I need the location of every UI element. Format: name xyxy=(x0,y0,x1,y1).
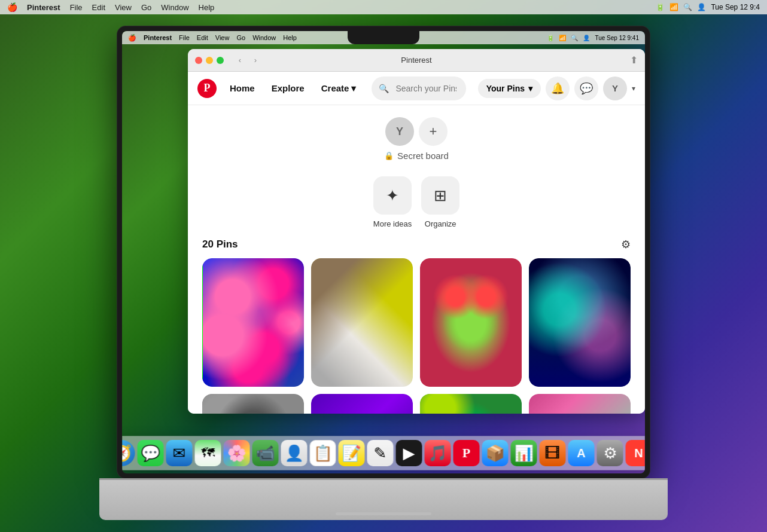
pin-card[interactable] xyxy=(311,258,413,387)
dock-icon-freeform[interactable]: ✎ xyxy=(367,440,394,466)
pins-count: 20 Pins xyxy=(202,239,238,250)
dock-icon-messages[interactable]: 💬 xyxy=(138,440,164,466)
dock-icon-pinterest[interactable]: P xyxy=(453,440,480,466)
notifications-button[interactable]: 🔔 xyxy=(546,77,570,100)
screen-user-icon[interactable]: 👤 xyxy=(583,35,590,41)
dock-icon-appstore[interactable]: A xyxy=(568,440,595,466)
share-button[interactable]: ⬆ xyxy=(630,54,638,66)
screen-file[interactable]: File xyxy=(179,34,190,41)
create-chevron-icon: ▾ xyxy=(351,83,356,94)
dock-icon-systemsettings[interactable]: ⚙ xyxy=(597,440,623,466)
maximize-button[interactable] xyxy=(217,57,224,64)
dock-icon-safari[interactable]: 🧭 xyxy=(122,440,135,466)
dock-icon-contacts[interactable]: 👤 xyxy=(281,440,308,466)
titlebar-nav: ‹ › xyxy=(233,54,262,67)
dock-icon-news[interactable]: N xyxy=(626,440,646,466)
search-icon: 🔍 xyxy=(379,84,389,93)
more-ideas-icon: ✦ xyxy=(373,176,412,215)
pin-card[interactable] xyxy=(529,258,631,387)
pin-card[interactable] xyxy=(420,258,522,387)
forward-button[interactable]: › xyxy=(249,54,262,67)
your-pins-chevron-icon: ▾ xyxy=(528,84,532,93)
camera-notch xyxy=(348,31,419,44)
pins-section: 20 Pins ⚙ xyxy=(188,233,645,414)
your-pins-button[interactable]: Your Pins ▾ xyxy=(478,79,541,98)
pin-image-6 xyxy=(311,394,413,414)
pin-image-5 xyxy=(202,394,304,414)
screen-go[interactable]: Go xyxy=(236,34,245,41)
laptop-chassis xyxy=(99,478,668,520)
pin-card[interactable] xyxy=(202,394,304,414)
dock: 🗂 ⊞ 🧭 💬 ✉ 🗺 🌸 📹 👤 📋 📝 ✎ ▶ 🎵 P 📦 xyxy=(122,436,645,470)
organize-button[interactable]: ⊞ Organize xyxy=(421,176,459,228)
nav-explore[interactable]: Explore xyxy=(266,78,311,98)
window-title: Pinterest xyxy=(401,56,431,65)
dock-icon-photos[interactable]: 🌸 xyxy=(224,440,250,466)
screen-view[interactable]: View xyxy=(215,34,230,41)
screen-edit[interactable]: Edit xyxy=(197,34,208,41)
dock-icon-music[interactable]: 🎵 xyxy=(425,440,451,466)
menubar-file[interactable]: File xyxy=(70,3,83,12)
organize-label: Organize xyxy=(425,219,456,228)
menubar-left: 🍎 Pinterest File Edit View Go Window Hel… xyxy=(7,2,214,12)
app-content: Y + 🔒 Secret board xyxy=(188,105,645,414)
menubar-help[interactable]: Help xyxy=(199,3,215,12)
menubar-right: 🔋 📶 🔍 👤 Tue Sep 12 9:4 xyxy=(656,3,760,11)
action-buttons: ✦ More ideas ⊞ Organize xyxy=(188,167,645,233)
pin-card[interactable]: ? xyxy=(529,394,631,414)
search-menubar-icon[interactable]: 🔍 xyxy=(683,3,692,11)
desktop: 🍎 Pinterest File Edit View Go Window Hel… xyxy=(0,0,767,532)
board-avatars: Y + xyxy=(385,117,448,146)
board-user-avatar[interactable]: Y xyxy=(385,117,414,146)
dock-icon-numbers[interactable]: 📊 xyxy=(511,440,537,466)
dock-icon-keynote[interactable]: 🎞 xyxy=(540,440,566,466)
screen-help[interactable]: Help xyxy=(283,34,297,41)
pin-card[interactable]: + xyxy=(311,394,413,414)
laptop-screen-bezel: 🍎 Pinterest File Edit View Go Window Hel… xyxy=(117,26,650,478)
menubar-window[interactable]: Window xyxy=(161,3,188,12)
dock-icon-mail[interactable]: ✉ xyxy=(166,440,193,466)
apple-logo-icon[interactable]: 🍎 xyxy=(7,2,17,12)
board-name-label: Secret board xyxy=(397,151,449,161)
minimize-button[interactable] xyxy=(206,57,213,64)
user-avatar[interactable]: Y xyxy=(603,77,627,100)
back-button[interactable]: ‹ xyxy=(233,54,246,67)
menubar-go[interactable]: Go xyxy=(141,3,151,12)
board-add-collaborator-button[interactable]: + xyxy=(419,117,448,146)
dock-icon-reminders[interactable]: 📋 xyxy=(310,440,336,466)
screen-inner: 🍎 Pinterest File Edit View Go Window Hel… xyxy=(122,31,645,473)
dock-icon-maps[interactable]: 🗺 xyxy=(195,440,221,466)
menubar-app-name[interactable]: Pinterest xyxy=(27,3,60,12)
filter-icon[interactable]: ⚙ xyxy=(621,238,631,251)
app-navbar: P Home Explore Create ▾ 🔍 xyxy=(188,72,645,105)
dock-icon-facetime[interactable]: 📹 xyxy=(252,440,279,466)
battery-icon: 🔋 xyxy=(656,3,665,11)
pin-card[interactable] xyxy=(202,258,304,387)
board-header: Y + 🔒 Secret board xyxy=(188,105,645,167)
nav-create[interactable]: Create ▾ xyxy=(315,78,363,99)
search-bar: 🔍 xyxy=(372,77,465,100)
close-button[interactable] xyxy=(195,57,202,64)
dock-icon-notes[interactable]: 📝 xyxy=(339,440,365,466)
screen-window[interactable]: Window xyxy=(252,34,276,41)
more-ideas-label: More ideas xyxy=(373,219,412,228)
pin-card[interactable] xyxy=(420,394,522,414)
user-menubar-icon[interactable]: 👤 xyxy=(697,3,706,11)
dock-icon-packagemanager[interactable]: 📦 xyxy=(482,440,509,466)
screen-menubar-right: 🔋 📶 🔍 👤 Tue Sep 12 9:41 xyxy=(547,35,639,41)
pinterest-logo[interactable]: P xyxy=(197,79,217,98)
pin-image-4 xyxy=(529,258,631,387)
menubar-edit[interactable]: Edit xyxy=(92,3,105,12)
screen-datetime: Tue Sep 12 9:41 xyxy=(595,35,639,41)
screen-app-name: Pinterest xyxy=(144,34,172,41)
more-ideas-button[interactable]: ✦ More ideas xyxy=(373,176,412,228)
pin-image-7 xyxy=(420,394,522,414)
account-chevron-icon[interactable]: ▾ xyxy=(632,84,635,93)
screen-apple-icon[interactable]: 🍎 xyxy=(128,34,136,42)
laptop-hinge xyxy=(99,478,668,480)
menubar-view[interactable]: View xyxy=(115,3,132,12)
dock-icon-appletv[interactable]: ▶ xyxy=(396,440,422,466)
nav-home[interactable]: Home xyxy=(224,78,261,98)
messages-button[interactable]: 💬 xyxy=(574,77,598,100)
screen-search-icon[interactable]: 🔍 xyxy=(571,35,578,41)
